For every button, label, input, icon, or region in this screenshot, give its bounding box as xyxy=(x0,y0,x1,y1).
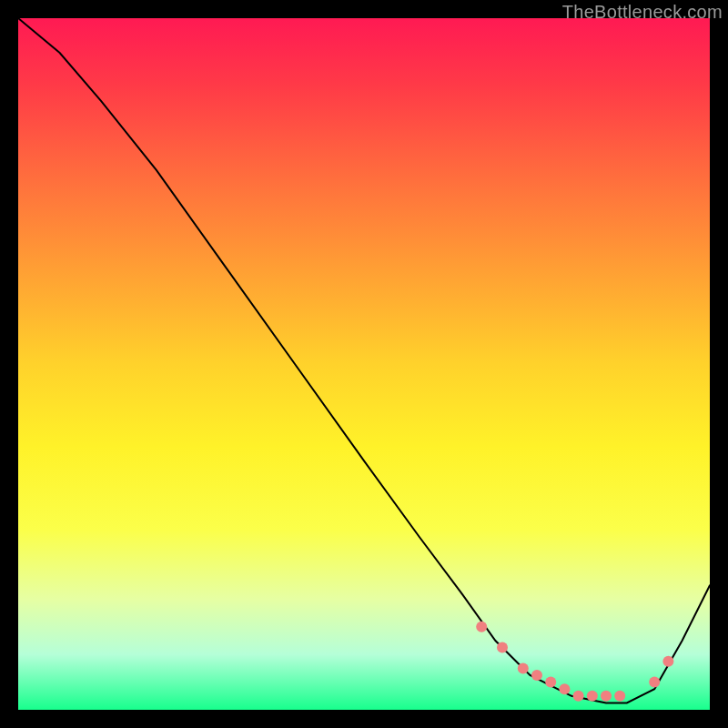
chart-background-gradient xyxy=(18,18,710,710)
watermark-text: TheBottleneck.com xyxy=(562,2,723,23)
chart-frame xyxy=(18,18,710,710)
